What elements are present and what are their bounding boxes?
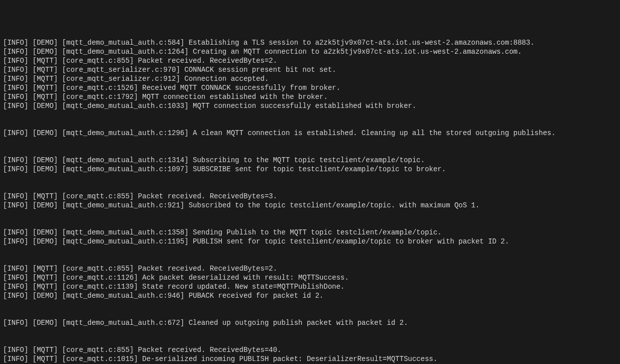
log-empty-line	[3, 246, 617, 255]
log-empty-line	[3, 336, 617, 345]
log-empty-line	[3, 300, 617, 309]
log-line: [INFO] [MQTT] [core_mqtt_serializer.c:91…	[3, 74, 617, 83]
log-line: [INFO] [MQTT] [core_mqtt.c:1126] Ack pac…	[3, 273, 617, 282]
log-empty-line	[3, 174, 617, 183]
log-empty-line	[3, 110, 617, 119]
log-line: [INFO] [MQTT] [core_mqtt.c:855] Packet r…	[3, 264, 617, 273]
log-line: [INFO] [DEMO] [mqtt_demo_mutual_auth.c:1…	[3, 129, 617, 138]
log-line: [INFO] [DEMO] [mqtt_demo_mutual_auth.c:1…	[3, 228, 617, 237]
log-line: [INFO] [MQTT] [core_mqtt.c:855] Packet r…	[3, 345, 617, 354]
log-empty-line	[3, 309, 617, 318]
log-line: [INFO] [MQTT] [core_mqtt.c:1792] MQTT co…	[3, 92, 617, 101]
log-empty-line	[3, 183, 617, 192]
log-line: [INFO] [MQTT] [core_mqtt_serializer.c:97…	[3, 65, 617, 74]
log-line: [INFO] [DEMO] [mqtt_demo_mutual_auth.c:1…	[3, 156, 617, 165]
log-empty-line	[3, 327, 617, 336]
log-empty-line	[3, 210, 617, 219]
log-line: [INFO] [MQTT] [core_mqtt.c:1139] State r…	[3, 282, 617, 291]
log-empty-line	[3, 219, 617, 228]
log-line: [INFO] [MQTT] [core_mqtt.c:1526] Receive…	[3, 83, 617, 92]
log-line: [INFO] [MQTT] [core_mqtt.c:855] Packet r…	[3, 56, 617, 65]
log-line: [INFO] [DEMO] [mqtt_demo_mutual_auth.c:1…	[3, 165, 617, 174]
log-line: [INFO] [MQTT] [core_mqtt.c:855] Packet r…	[3, 192, 617, 201]
log-line: [INFO] [DEMO] [mqtt_demo_mutual_auth.c:1…	[3, 101, 617, 110]
log-empty-line	[3, 255, 617, 264]
log-line: [INFO] [DEMO] [mqtt_demo_mutual_auth.c:1…	[3, 237, 617, 246]
log-line: [INFO] [DEMO] [mqtt_demo_mutual_auth.c:6…	[3, 318, 617, 327]
log-line: [INFO] [DEMO] [mqtt_demo_mutual_auth.c:9…	[3, 291, 617, 300]
log-empty-line	[3, 138, 617, 147]
log-line: [INFO] [DEMO] [mqtt_demo_mutual_auth.c:1…	[3, 47, 617, 56]
log-empty-line	[3, 147, 617, 156]
log-empty-line	[3, 119, 617, 129]
log-line: [INFO] [DEMO] [mqtt_demo_mutual_auth.c:5…	[3, 38, 617, 47]
terminal-output[interactable]: [INFO] [DEMO] [mqtt_demo_mutual_auth.c:5…	[3, 38, 617, 363]
log-line: [INFO] [MQTT] [core_mqtt.c:1015] De-seri…	[3, 354, 617, 363]
log-line: [INFO] [DEMO] [mqtt_demo_mutual_auth.c:9…	[3, 201, 617, 210]
